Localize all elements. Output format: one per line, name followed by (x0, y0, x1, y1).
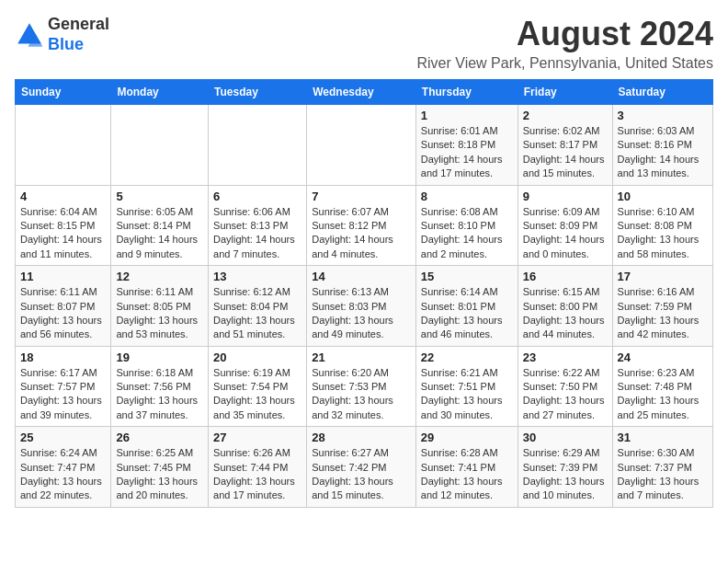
day-info: Sunrise: 6:07 AM Sunset: 8:12 PM Dayligh… (312, 205, 411, 262)
day-info: Sunrise: 6:22 AM Sunset: 7:50 PM Dayligh… (523, 366, 608, 423)
day-number: 9 (523, 190, 608, 203)
week-row-5: 25Sunrise: 6:24 AM Sunset: 7:47 PM Dayli… (16, 427, 713, 508)
day-number: 5 (116, 190, 203, 203)
page-header: General Blue August 2024 River View Park… (15, 15, 713, 72)
day-info: Sunrise: 6:30 AM Sunset: 7:37 PM Dayligh… (618, 446, 708, 503)
day-number: 13 (213, 270, 301, 283)
day-info: Sunrise: 6:04 AM Sunset: 8:15 PM Dayligh… (20, 205, 106, 262)
day-number: 10 (618, 190, 708, 203)
day-cell: 17Sunrise: 6:16 AM Sunset: 7:59 PM Dayli… (612, 266, 712, 347)
header-cell-tuesday: Tuesday (209, 80, 307, 105)
day-info: Sunrise: 6:10 AM Sunset: 8:08 PM Dayligh… (618, 205, 708, 262)
day-info: Sunrise: 6:01 AM Sunset: 8:18 PM Dayligh… (421, 124, 513, 181)
header-cell-friday: Friday (518, 80, 612, 105)
week-row-4: 18Sunrise: 6:17 AM Sunset: 7:57 PM Dayli… (16, 346, 713, 427)
day-info: Sunrise: 6:29 AM Sunset: 7:39 PM Dayligh… (523, 446, 608, 503)
logo-general: General (48, 15, 109, 33)
day-number: 31 (618, 431, 708, 444)
day-cell: 27Sunrise: 6:26 AM Sunset: 7:44 PM Dayli… (209, 427, 307, 508)
day-number: 8 (421, 190, 513, 203)
day-cell: 2Sunrise: 6:02 AM Sunset: 8:17 PM Daylig… (518, 105, 612, 186)
day-number: 4 (20, 190, 106, 203)
day-info: Sunrise: 6:12 AM Sunset: 8:04 PM Dayligh… (213, 285, 301, 342)
day-info: Sunrise: 6:13 AM Sunset: 8:03 PM Dayligh… (312, 285, 411, 342)
logo-blue: Blue (48, 35, 84, 53)
day-info: Sunrise: 6:27 AM Sunset: 7:42 PM Dayligh… (312, 446, 411, 503)
day-cell: 30Sunrise: 6:29 AM Sunset: 7:39 PM Dayli… (518, 427, 612, 508)
day-number: 11 (20, 270, 106, 283)
day-cell (16, 105, 111, 186)
day-number: 18 (20, 350, 106, 364)
day-cell: 13Sunrise: 6:12 AM Sunset: 8:04 PM Dayli… (209, 266, 307, 347)
day-number: 21 (312, 350, 411, 364)
day-number: 7 (312, 190, 411, 203)
day-cell: 1Sunrise: 6:01 AM Sunset: 8:18 PM Daylig… (415, 105, 518, 186)
day-info: Sunrise: 6:23 AM Sunset: 7:48 PM Dayligh… (618, 366, 708, 423)
header-cell-thursday: Thursday (415, 80, 518, 105)
week-row-1: 1Sunrise: 6:01 AM Sunset: 8:18 PM Daylig… (16, 105, 713, 186)
day-info: Sunrise: 6:11 AM Sunset: 8:07 PM Dayligh… (20, 285, 106, 342)
day-info: Sunrise: 6:03 AM Sunset: 8:16 PM Dayligh… (618, 124, 708, 181)
calendar-header: SundayMondayTuesdayWednesdayThursdayFrid… (16, 80, 713, 105)
header-row: SundayMondayTuesdayWednesdayThursdayFrid… (16, 80, 713, 105)
day-cell: 12Sunrise: 6:11 AM Sunset: 8:05 PM Dayli… (111, 266, 209, 347)
day-number: 23 (523, 350, 608, 364)
title-section: August 2024 River View Park, Pennsylvani… (416, 15, 713, 72)
header-cell-saturday: Saturday (612, 80, 712, 105)
day-cell: 21Sunrise: 6:20 AM Sunset: 7:53 PM Dayli… (307, 346, 416, 427)
day-number: 17 (618, 270, 708, 283)
day-cell: 28Sunrise: 6:27 AM Sunset: 7:42 PM Dayli… (307, 427, 416, 508)
day-info: Sunrise: 6:20 AM Sunset: 7:53 PM Dayligh… (312, 366, 411, 423)
day-info: Sunrise: 6:09 AM Sunset: 8:09 PM Dayligh… (523, 205, 608, 262)
day-cell: 19Sunrise: 6:18 AM Sunset: 7:56 PM Dayli… (111, 346, 209, 427)
day-info: Sunrise: 6:16 AM Sunset: 7:59 PM Dayligh… (618, 285, 708, 342)
day-number: 12 (116, 270, 203, 283)
day-info: Sunrise: 6:06 AM Sunset: 8:13 PM Dayligh… (213, 205, 301, 262)
day-cell (111, 105, 209, 186)
day-info: Sunrise: 6:26 AM Sunset: 7:44 PM Dayligh… (213, 446, 301, 503)
day-cell: 26Sunrise: 6:25 AM Sunset: 7:45 PM Dayli… (111, 427, 209, 508)
day-cell: 9Sunrise: 6:09 AM Sunset: 8:09 PM Daylig… (518, 185, 612, 266)
logo: General Blue (15, 15, 109, 54)
day-cell: 24Sunrise: 6:23 AM Sunset: 7:48 PM Dayli… (612, 346, 712, 427)
day-cell: 3Sunrise: 6:03 AM Sunset: 8:16 PM Daylig… (612, 105, 712, 186)
header-cell-monday: Monday (111, 80, 209, 105)
day-cell: 15Sunrise: 6:14 AM Sunset: 8:01 PM Dayli… (415, 266, 518, 347)
calendar-title: August 2024 (416, 15, 713, 53)
day-cell: 6Sunrise: 6:06 AM Sunset: 8:13 PM Daylig… (209, 185, 307, 266)
day-info: Sunrise: 6:25 AM Sunset: 7:45 PM Dayligh… (116, 446, 203, 503)
day-number: 16 (523, 270, 608, 283)
day-info: Sunrise: 6:19 AM Sunset: 7:54 PM Dayligh… (213, 366, 301, 423)
day-cell: 4Sunrise: 6:04 AM Sunset: 8:15 PM Daylig… (16, 185, 111, 266)
day-number: 29 (421, 431, 513, 444)
day-number: 30 (523, 431, 608, 444)
day-info: Sunrise: 6:28 AM Sunset: 7:41 PM Dayligh… (421, 446, 513, 503)
logo-icon (15, 20, 44, 50)
day-cell: 16Sunrise: 6:15 AM Sunset: 8:00 PM Dayli… (518, 266, 612, 347)
calendar-subtitle: River View Park, Pennsylvania, United St… (416, 55, 713, 72)
day-info: Sunrise: 6:15 AM Sunset: 8:00 PM Dayligh… (523, 285, 608, 342)
week-row-2: 4Sunrise: 6:04 AM Sunset: 8:15 PM Daylig… (16, 185, 713, 266)
header-cell-wednesday: Wednesday (307, 80, 416, 105)
day-number: 14 (312, 270, 411, 283)
logo-text: General Blue (48, 15, 109, 54)
day-info: Sunrise: 6:24 AM Sunset: 7:47 PM Dayligh… (20, 446, 106, 503)
day-number: 22 (421, 350, 513, 364)
day-info: Sunrise: 6:14 AM Sunset: 8:01 PM Dayligh… (421, 285, 513, 342)
day-info: Sunrise: 6:11 AM Sunset: 8:05 PM Dayligh… (116, 285, 203, 342)
day-cell (209, 105, 307, 186)
day-number: 15 (421, 270, 513, 283)
day-number: 25 (20, 431, 106, 444)
day-cell: 14Sunrise: 6:13 AM Sunset: 8:03 PM Dayli… (307, 266, 416, 347)
day-number: 20 (213, 350, 301, 364)
day-cell: 29Sunrise: 6:28 AM Sunset: 7:41 PM Dayli… (415, 427, 518, 508)
day-info: Sunrise: 6:02 AM Sunset: 8:17 PM Dayligh… (523, 124, 608, 181)
day-cell: 5Sunrise: 6:05 AM Sunset: 8:14 PM Daylig… (111, 185, 209, 266)
day-number: 28 (312, 431, 411, 444)
day-cell: 11Sunrise: 6:11 AM Sunset: 8:07 PM Dayli… (16, 266, 111, 347)
day-number: 27 (213, 431, 301, 444)
day-cell: 8Sunrise: 6:08 AM Sunset: 8:10 PM Daylig… (415, 185, 518, 266)
day-info: Sunrise: 6:05 AM Sunset: 8:14 PM Dayligh… (116, 205, 203, 262)
header-cell-sunday: Sunday (16, 80, 111, 105)
day-number: 1 (421, 109, 513, 122)
